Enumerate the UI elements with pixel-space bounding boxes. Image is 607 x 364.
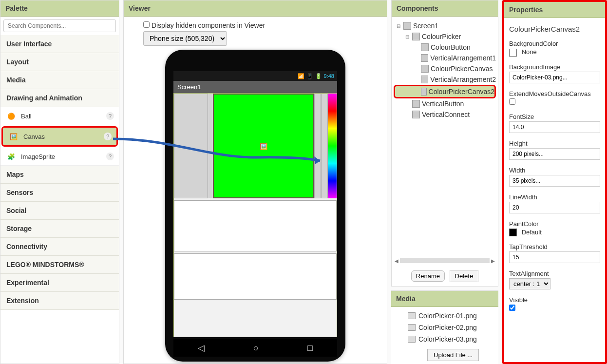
help-icon[interactable]: ? <box>106 112 114 120</box>
tree-node-verticalconnect[interactable]: VerticalConnect <box>394 109 496 120</box>
tree-node-label: ColourButton <box>431 43 471 51</box>
prop-label: FontSize <box>509 113 600 120</box>
delete-button[interactable]: Delete <box>450 270 479 282</box>
category-extension[interactable]: Extension <box>0 292 119 310</box>
search-input[interactable] <box>3 19 116 32</box>
media-file[interactable]: ColorPicker-02.png <box>393 322 496 333</box>
tree-node-colourpickercanvas[interactable]: ColourPickerCanvas <box>394 63 496 74</box>
tree-node-label: ColourPickerCanvas2 <box>429 88 494 96</box>
components-panel: Components ⊟Screen1⊟ColourPickerColourBu… <box>391 0 498 287</box>
upload-button[interactable]: Upload File ... <box>427 349 479 361</box>
category-drawing[interactable]: Drawing and Animation <box>0 89 119 107</box>
rename-button[interactable]: Rename <box>411 270 445 282</box>
tree-node-verticalbutton[interactable]: VerticalButton <box>394 98 496 109</box>
component-icon <box>412 111 420 118</box>
expand-icon[interactable]: ⊟ <box>396 23 401 29</box>
palette-item-label: Canvas <box>23 133 45 140</box>
tree-node-colourpickercanvas2[interactable]: ColourPickerCanvas2 <box>394 85 496 98</box>
media-file[interactable]: ColorPicker-03.png <box>393 333 496 345</box>
tree-node-screen1[interactable]: ⊟Screen1 <box>394 20 496 31</box>
width-input[interactable] <box>509 175 600 187</box>
prop-label: ExtendMovesOutsideCanvas <box>509 90 600 97</box>
category-layout[interactable]: Layout <box>0 53 119 71</box>
properties-header: Properties <box>504 2 605 18</box>
palette-item-label: Ball <box>21 113 32 120</box>
scroll-right-icon[interactable]: ▶ <box>491 258 495 264</box>
prop-value[interactable]: Default <box>522 229 542 236</box>
colour-button[interactable] <box>174 94 208 198</box>
category-sensors[interactable]: Sensors <box>0 184 119 202</box>
home-icon[interactable]: ○ <box>253 343 259 353</box>
spacer <box>321 94 328 198</box>
category-social[interactable]: Social <box>0 202 119 220</box>
prop-label: TapThreshold <box>509 243 600 250</box>
category-media[interactable]: Media <box>0 71 119 89</box>
prop-value[interactable]: None <box>522 48 537 56</box>
help-icon[interactable]: ? <box>106 153 114 160</box>
component-icon <box>421 43 429 51</box>
tree-node-label: VerticalArrangement1 <box>430 54 496 62</box>
media-file[interactable]: ColorPicker-01.png <box>393 310 496 322</box>
display-hidden-checkbox[interactable] <box>143 21 150 28</box>
prop-label: Height <box>509 140 600 147</box>
linewidth-input[interactable] <box>509 202 600 213</box>
colour-picker-canvas[interactable]: 🖼️ <box>213 94 314 198</box>
component-icon <box>421 65 429 73</box>
help-icon[interactable]: ? <box>104 133 112 140</box>
vertical-connect[interactable] <box>174 253 337 300</box>
palette-item-canvas[interactable]: 🖼️ Canvas ? <box>1 126 118 147</box>
category-lego[interactable]: LEGO® MINDSTORMS® <box>0 256 119 274</box>
image-icon <box>408 324 416 331</box>
category-storage[interactable]: Storage <box>0 220 119 238</box>
tree-node-colourbutton[interactable]: ColourButton <box>394 42 496 53</box>
display-hidden-label[interactable]: Display hidden components in Viewer <box>143 21 265 29</box>
recent-icon[interactable]: □ <box>307 343 313 353</box>
category-connectivity[interactable]: Connectivity <box>0 238 119 256</box>
battery-icon: 🔋 <box>315 73 322 79</box>
tree-node-verticalarrangement1[interactable]: VerticalArrangement1 <box>394 53 496 63</box>
colour-picker-canvas2[interactable] <box>328 94 337 198</box>
component-icon <box>421 76 429 83</box>
extend-moves-checkbox[interactable] <box>509 98 515 105</box>
textalignment-select[interactable]: center : 1 <box>509 278 550 289</box>
tree-node-label: ColourPicker <box>422 33 461 40</box>
category-experimental[interactable]: Experimental <box>0 274 119 292</box>
properties-panel: Properties ColourPickerCanvas2 Backgroun… <box>502 0 607 364</box>
fontsize-input[interactable] <box>509 121 600 133</box>
component-icon <box>412 100 420 108</box>
visible-checkbox[interactable] <box>509 305 515 311</box>
vertical-button[interactable] <box>174 200 337 251</box>
height-input[interactable] <box>509 148 600 160</box>
back-icon[interactable]: ◁ <box>198 343 205 353</box>
phone-screen[interactable]: 📶 📱 🔋 9:48 Screen1 🖼️ <box>173 71 337 337</box>
color-chip[interactable] <box>509 229 517 236</box>
image-icon <box>408 312 416 319</box>
tree-node-label: Screen1 <box>413 22 438 30</box>
palette-panel: Palette User Interface Layout Media Draw… <box>0 0 119 364</box>
phone-size-select[interactable]: Phone size (505,320) <box>143 31 227 46</box>
tree-node-verticalarrangement2[interactable]: VerticalArrangement2 <box>394 74 496 85</box>
tree-node-label: ColourPickerCanvas <box>431 65 493 73</box>
v-arrangement2 <box>314 94 321 198</box>
category-user-interface[interactable]: User Interface <box>0 35 119 53</box>
tapthreshold-input[interactable] <box>509 251 600 263</box>
expand-icon[interactable]: ⊟ <box>404 34 410 39</box>
palette-item-ball[interactable]: 🟠 Ball ? <box>0 107 119 125</box>
component-tree[interactable]: ⊟Screen1⊟ColourPickerColourButtonVertica… <box>392 17 498 255</box>
viewer-header: Viewer <box>124 0 387 17</box>
phone-content[interactable]: 🖼️ <box>173 93 337 337</box>
scroll-left-icon[interactable]: ◀ <box>395 258 398 264</box>
scroll-track[interactable] <box>400 258 490 263</box>
tree-node-colourpicker[interactable]: ⊟ColourPicker <box>394 31 496 42</box>
palette-item-imagesprite[interactable]: 🧩 ImageSprite ? <box>0 148 119 166</box>
category-maps[interactable]: Maps <box>0 166 119 184</box>
background-image-input[interactable] <box>509 72 600 83</box>
tree-node-label: VerticalConnect <box>422 111 470 118</box>
color-chip[interactable] <box>509 49 517 57</box>
nav-bar: ◁ ○ □ <box>173 339 337 357</box>
tree-scrollbar[interactable]: ◀ ▶ <box>395 257 495 264</box>
wifi-icon: 📶 <box>298 73 304 79</box>
media-header: Media <box>391 291 498 307</box>
prop-label: TextAlignment <box>509 270 600 277</box>
status-bar: 📶 📱 🔋 9:48 <box>173 71 337 81</box>
